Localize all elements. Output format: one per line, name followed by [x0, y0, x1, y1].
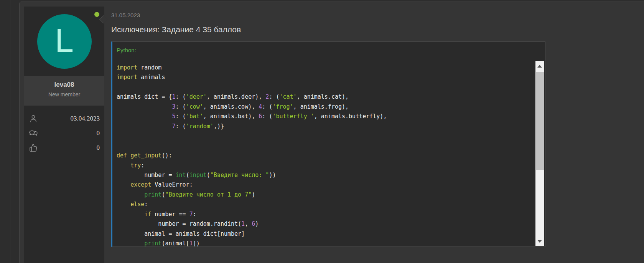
post-date: 31.05.2023	[111, 12, 644, 18]
post-card: L leva08 New member 03.04.2023	[19, 2, 644, 263]
avatar[interactable]: L	[37, 14, 92, 69]
stat-value-messages: 0	[97, 129, 100, 137]
message-content: 31.05.2023 Исключения: Задание 4 35 балл…	[107, 7, 644, 247]
user-cell: L leva08 New member 03.04.2023	[24, 7, 104, 263]
user-stats: 03.04.2023 0 0	[24, 106, 104, 263]
like-icon	[29, 143, 38, 152]
user-title-band: leva08 New member	[24, 76, 104, 106]
post-title: Исключения: Задание 4 35 баллов	[111, 25, 644, 34]
avatar-letter: L	[55, 23, 74, 57]
arrow-down-icon	[537, 240, 542, 243]
code-scrollbar[interactable]	[535, 61, 544, 246]
stat-row-joined: 03.04.2023	[29, 114, 100, 123]
avatar-box: L	[24, 7, 104, 76]
scrollbar-thumb[interactable]	[536, 72, 544, 170]
code-block: Python: import randomimport animals anim…	[111, 41, 545, 247]
code-text: import randomimport animals animals_dict…	[117, 63, 530, 246]
arrow-up-icon	[537, 65, 542, 68]
stat-value-reactions: 0	[97, 144, 100, 152]
scrollbar-up-button[interactable]	[535, 61, 544, 71]
scrollbar-down-button[interactable]	[535, 236, 544, 246]
online-indicator-icon	[94, 12, 99, 17]
messages-icon	[29, 129, 38, 138]
page-divider-line	[10, 0, 10, 263]
user-role-label: New member	[24, 91, 104, 98]
stat-value-joined: 03.04.2023	[71, 115, 100, 122]
code-language-label: Python:	[112, 42, 545, 61]
username-link[interactable]: leva08	[24, 81, 104, 89]
stat-row-reactions: 0	[29, 143, 100, 152]
code-scroll-area[interactable]: import randomimport animals animals_dict…	[112, 61, 545, 246]
stat-row-messages: 0	[29, 129, 100, 138]
user-icon	[29, 114, 38, 123]
